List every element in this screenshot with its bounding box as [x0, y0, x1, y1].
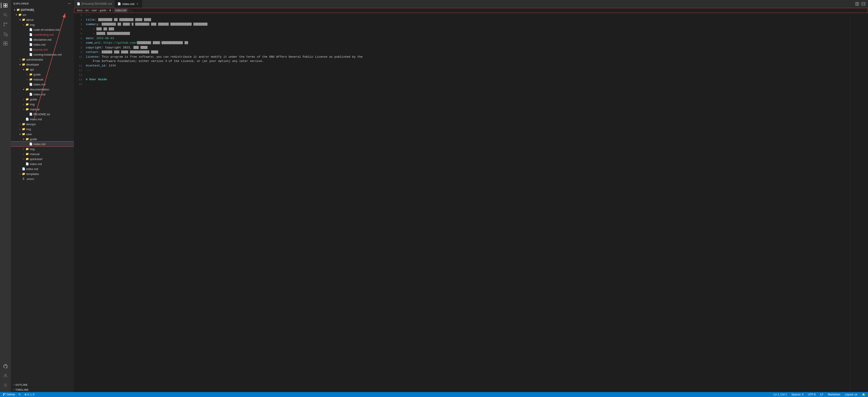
file-envrc-icon: $: [22, 177, 25, 181]
tree-item-guide-user[interactable]: ▾ 📁 guide: [11, 136, 74, 142]
status-cursor[interactable]: Ln 1, Col 1: [773, 392, 788, 397]
status-bar: GitHub ↻ ⊗ 0 ⚠ 0 Ln 1, Col 1 Spaces: 4 U…: [0, 392, 868, 397]
tree-item-img-user[interactable]: › 📁 img: [11, 147, 74, 151]
svg-rect-16: [4, 43, 5, 45]
tree-item-running-instances[interactable]: 📄 running-instances.md: [11, 52, 74, 57]
folder-src-icon: 📁: [18, 13, 22, 17]
status-github-branch[interactable]: GitHub: [2, 392, 16, 397]
tree-item-developer[interactable]: ▾ 📁 developer: [11, 62, 74, 67]
svg-rect-20: [856, 2, 857, 5]
tree-item-img-about[interactable]: › 📁 img: [11, 22, 74, 27]
svg-point-6: [4, 23, 5, 24]
tree-label-index-user-guide: index.md: [33, 143, 72, 146]
tree-item-img-dev[interactable]: › 📁 img: [11, 102, 74, 107]
tree-item-license[interactable]: 📄 license.md: [11, 47, 74, 52]
tree-item-index-api[interactable]: 📄 index.md: [11, 82, 74, 87]
activity-icon-run[interactable]: [1, 29, 10, 38]
tree-item-readme-dev[interactable]: 📄 README.txt: [11, 112, 74, 117]
activity-icon-search[interactable]: [1, 10, 10, 20]
sidebar-more-icon[interactable]: ···: [68, 2, 71, 5]
tab-index-label: index.md: [122, 2, 134, 6]
more-actions-button[interactable]: [861, 1, 866, 6]
status-encoding[interactable]: UTF-8: [807, 392, 816, 397]
status-line-ending[interactable]: LF: [819, 392, 824, 397]
activity-icon-settings[interactable]: [1, 381, 10, 390]
status-spaces-label: Spaces: 4: [792, 393, 803, 396]
activity-icon-extensions[interactable]: [1, 39, 10, 48]
tree-item-src[interactable]: ▾ 📁 src: [11, 12, 74, 17]
minimap-canvas: [850, 13, 868, 392]
status-spaces[interactable]: Spaces: 4: [790, 392, 804, 397]
activity-icon-account[interactable]: [1, 371, 10, 380]
tree-item-contributing[interactable]: 📄 contributing.md: [11, 32, 74, 37]
breadcrumb-src[interactable]: src: [85, 9, 89, 12]
tree-label-index-about: index.md: [33, 43, 72, 47]
tree-item-manual-user[interactable]: › 📁 manual: [11, 151, 74, 156]
outline-panel-header[interactable]: › OUTLINE: [11, 382, 74, 387]
tab-preview-readme[interactable]: 📄 [Preview] README.md: [74, 0, 115, 8]
split-editor-button[interactable]: [855, 1, 860, 6]
breadcrumb-guide[interactable]: guide: [100, 9, 106, 12]
activity-icon-explorer[interactable]: [1, 1, 10, 10]
tree-item-disclaimer[interactable]: 📄 disclaimer.md: [11, 37, 74, 42]
tree-label-manual-dev: manual: [30, 108, 72, 111]
tree-item-img-root[interactable]: › 📁 img: [11, 127, 74, 131]
tab-index-icon: 📄: [118, 2, 121, 5]
tree-label-readme-dev: README.txt: [33, 113, 72, 116]
activity-icon-github[interactable]: [1, 362, 10, 371]
tree-item-index-dev[interactable]: 📄 index.md: [11, 117, 74, 122]
folder-manual-user-icon: 📁: [25, 152, 29, 156]
tree-item-envrc[interactable]: $ .envrc: [11, 176, 74, 181]
tree-item-documentation[interactable]: ▾ 📁 documentation: [11, 87, 74, 92]
status-bell[interactable]: 🔔: [861, 392, 866, 397]
tree-label-index-doc: index.md: [33, 93, 72, 96]
tree-item-manual-dev[interactable]: › 📁 manual: [11, 107, 74, 112]
tree-label-img-dev: img: [30, 103, 72, 106]
tree-item-about[interactable]: ▾ 📁 about: [11, 17, 74, 22]
svg-point-18: [4, 374, 6, 376]
status-errors[interactable]: ⊗ 0 ⚠ 0: [24, 392, 35, 397]
tree-root[interactable]: ▾ 📁 [GITHUB]: [11, 7, 74, 12]
tree-item-index-src[interactable]: 📄 index.md: [11, 166, 74, 171]
tree-item-index-user-guide[interactable]: 📄 index.md: [11, 142, 74, 147]
tree-item-index-about[interactable]: 📄 index.md: [11, 42, 74, 47]
activity-icon-source-control[interactable]: [1, 20, 10, 29]
tree-item-index-doc[interactable]: 📄 index.md: [11, 92, 74, 97]
tree-item-api[interactable]: ▾ 📁 api: [11, 67, 74, 72]
tree-label-api: api: [30, 68, 72, 71]
editor-content[interactable]: 1 --- 2 title: ████████ ██ ████████ ████…: [74, 13, 850, 392]
folder-quickstart-user-icon: 📁: [25, 157, 29, 161]
tree-item-code-of-conduct[interactable]: 📄 code-of-conduct.md: [11, 27, 74, 32]
svg-point-7: [4, 25, 5, 26]
breadcrumb-down-icon[interactable]: ⬇: [109, 9, 111, 12]
md-icon-api: 📄: [29, 83, 33, 86]
breadcrumb-index-md[interactable]: index.md: [114, 8, 128, 12]
tree-item-administrator[interactable]: › 📁 administrator: [11, 57, 74, 62]
svg-point-4: [4, 13, 6, 16]
code-line-5: 5 - █████ █████████████: [74, 31, 850, 36]
tree-item-user[interactable]: ▾ 📁 user: [11, 131, 74, 136]
status-sync[interactable]: ↻: [18, 392, 22, 397]
tree-item-guide-dev[interactable]: › 📁 guide: [11, 97, 74, 102]
tree-item-manual-api[interactable]: › 📁 manual: [11, 77, 74, 82]
tree-item-quickstart-user[interactable]: › 📁 quickstart: [11, 156, 74, 161]
timeline-panel-header[interactable]: › TIMELINE: [11, 387, 74, 392]
tree-item-devops[interactable]: › 📁 devops: [11, 122, 74, 127]
folder-api-icon: 📁: [25, 68, 29, 71]
md-git-icon: 📄: [29, 33, 33, 36]
tree-item-guide-api[interactable]: › 📁 guide: [11, 72, 74, 77]
tree-item-templates[interactable]: › 📁 templates: [11, 171, 74, 176]
md-icon: 📄: [29, 28, 33, 31]
code-line-14: 14 # User Guide: [74, 77, 850, 82]
tab-close-button[interactable]: ×: [135, 2, 139, 6]
tree-label-license: license.md: [33, 48, 72, 51]
tab-index-md[interactable]: 📄 index.md ×: [115, 0, 142, 8]
folder-guide-user-icon: 📁: [25, 137, 29, 141]
breadcrumb-user[interactable]: user: [92, 9, 97, 12]
breadcrumb-more[interactable]: ...: [130, 9, 133, 12]
status-layout[interactable]: Layout: us: [844, 392, 858, 397]
breadcrumb-docs[interactable]: docs: [77, 9, 83, 12]
status-language[interactable]: Markdown: [827, 392, 841, 397]
svg-rect-0: [4, 4, 5, 5]
tree-item-index-user[interactable]: 📄 index.md: [11, 161, 74, 166]
